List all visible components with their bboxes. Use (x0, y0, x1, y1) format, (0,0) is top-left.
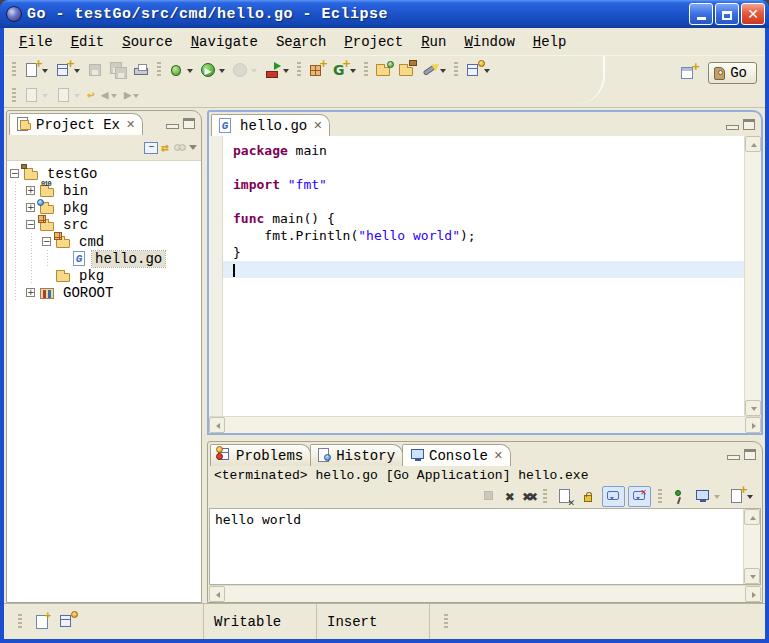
launch-views-icon[interactable] (58, 613, 75, 630)
previous-annotation-button[interactable] (52, 85, 84, 106)
scroll-lock-button[interactable] (578, 487, 599, 506)
link-with-editor-button[interactable]: ⇄ (161, 140, 169, 156)
new-go-element-button[interactable]: + (52, 60, 84, 81)
forward-button[interactable]: ▶ (121, 85, 144, 106)
console-vertical-scrollbar[interactable] (743, 509, 760, 584)
tab-history[interactable]: History (310, 444, 403, 466)
maximize-editor-button[interactable] (743, 119, 755, 130)
menu-edit[interactable]: Edit (62, 31, 114, 53)
minimize-editor-button[interactable] (726, 125, 739, 130)
debug-button[interactable] (165, 60, 197, 81)
show-stdout-button[interactable] (602, 486, 625, 507)
toolbar-grip[interactable] (157, 62, 161, 78)
expander-icon[interactable]: − (42, 237, 51, 246)
menu-file[interactable]: File (10, 31, 62, 53)
code-area[interactable]: package main import "fmt" func main() { … (223, 136, 744, 416)
tree-item-bin[interactable]: + 010 bin (7, 182, 201, 199)
save-all-button[interactable] (107, 60, 130, 81)
close-editor-icon[interactable]: ✕ (313, 119, 322, 132)
save-button[interactable] (84, 60, 107, 81)
external-tools-button[interactable] (261, 60, 293, 81)
tree-item-cmd[interactable]: − cmd (7, 233, 201, 250)
editor-vertical-scrollbar[interactable] (744, 136, 761, 416)
toolbar-grip[interactable] (364, 62, 368, 78)
console-horizontal-scrollbar[interactable] (209, 585, 761, 602)
scroll-down-icon[interactable] (744, 568, 760, 584)
profile-button[interactable] (229, 60, 261, 81)
remove-launch-button[interactable]: ✖ (503, 489, 517, 505)
minimize-console-button[interactable] (727, 455, 740, 460)
fast-view-icon[interactable] (36, 615, 48, 629)
back-button[interactable]: ◀ (98, 85, 121, 106)
statusbar-grip[interactable] (18, 614, 22, 630)
menu-project[interactable]: Project (335, 31, 412, 53)
terminate-button[interactable] (479, 487, 500, 506)
menu-navigate[interactable]: Navigate (182, 31, 267, 53)
toolbar-grip[interactable] (297, 62, 301, 78)
tab-problems[interactable]: Problems (210, 444, 311, 466)
menu-run[interactable]: Run (412, 31, 455, 53)
scroll-left-icon[interactable] (209, 586, 225, 602)
minimize-view-button[interactable] (166, 124, 179, 129)
expander-icon[interactable]: − (26, 220, 35, 229)
menu-source[interactable]: Source (113, 31, 181, 53)
scroll-up-icon[interactable] (744, 509, 760, 525)
close-button[interactable]: ✕ (741, 3, 765, 25)
view-menu-icon[interactable] (172, 139, 186, 156)
clear-console-button[interactable]: ✕ (554, 487, 575, 506)
new-wizard-button[interactable]: + (20, 60, 52, 81)
run-button[interactable]: ▶ (197, 60, 229, 81)
scroll-down-icon[interactable] (745, 400, 761, 416)
title-bar[interactable]: Go - testGo/src/cmd/hello.go - Eclipse ✕ (0, 0, 769, 28)
minimize-button[interactable] (689, 3, 713, 25)
tab-hello-go[interactable]: G hello.go ✕ (211, 114, 330, 136)
menu-window[interactable]: Window (455, 31, 523, 53)
toolbar-grip[interactable] (658, 489, 662, 505)
next-annotation-button[interactable] (20, 85, 52, 106)
tree-item-testGo[interactable]: − testGo (7, 165, 201, 182)
open-resource-button[interactable] (395, 60, 418, 81)
pin-console-button[interactable] (669, 487, 690, 506)
scroll-left-icon[interactable] (209, 417, 225, 433)
search-button[interactable] (418, 60, 450, 81)
show-view-button[interactable] (462, 60, 494, 81)
go-perspective-button[interactable]: Go (708, 62, 757, 84)
print-button[interactable] (130, 60, 153, 81)
tree-item-goroot[interactable]: + GOROOT (7, 284, 201, 301)
open-perspective-button[interactable]: + (677, 63, 700, 84)
toolbar-grip[interactable] (543, 489, 547, 505)
expander-icon[interactable]: + (26, 186, 35, 195)
tree-item-hello-go[interactable]: G hello.go (7, 250, 201, 267)
toolbar-grip[interactable] (454, 62, 458, 78)
scroll-right-icon[interactable] (745, 417, 761, 433)
collapse-all-button[interactable]: − (144, 142, 158, 154)
maximize-console-button[interactable] (744, 449, 756, 460)
tree-item-src[interactable]: − src (7, 216, 201, 233)
import-button[interactable] (372, 60, 395, 81)
maximize-button[interactable] (715, 3, 739, 25)
tab-console[interactable]: Console ✕ (402, 444, 511, 466)
editor-horizontal-scrollbar[interactable] (209, 416, 761, 433)
new-go-package-button[interactable]: + (305, 60, 328, 81)
last-edit-location-button[interactable]: ↩ (84, 85, 98, 106)
scroll-right-icon[interactable] (745, 586, 761, 602)
toolbar-grip[interactable] (12, 88, 16, 104)
menu-help[interactable]: Help (524, 31, 576, 53)
scroll-up-icon[interactable] (745, 136, 761, 152)
tree-item-src-pkg[interactable]: pkg (7, 267, 201, 284)
maximize-view-button[interactable] (183, 118, 195, 129)
display-console-button[interactable] (693, 487, 723, 506)
view-menu-dropdown[interactable] (189, 145, 197, 154)
expander-icon[interactable]: − (10, 169, 19, 178)
expander-icon[interactable]: + (26, 203, 35, 212)
statusbar-grip[interactable] (444, 614, 448, 630)
close-view-icon[interactable]: ✕ (126, 118, 135, 131)
new-go-type-button[interactable]: G+ (328, 60, 360, 81)
open-console-button[interactable]: + (726, 487, 756, 506)
expander-icon[interactable]: + (26, 288, 35, 297)
tab-project-explorer[interactable]: Project Ex ✕ (9, 113, 143, 135)
toolbar-grip[interactable] (12, 62, 16, 78)
tree-item-pkg[interactable]: + pkg (7, 199, 201, 216)
close-console-icon[interactable]: ✕ (494, 449, 503, 462)
show-stderr-button[interactable] (628, 486, 651, 507)
